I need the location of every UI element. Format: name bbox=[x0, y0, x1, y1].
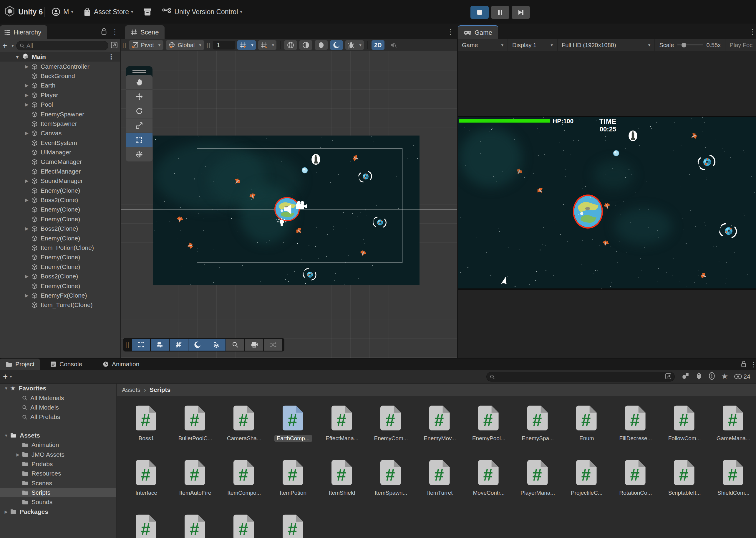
2d-mode-toggle[interactable]: 2D bbox=[371, 40, 385, 50]
scene-search-button[interactable] bbox=[226, 339, 244, 350]
hierarchy-item[interactable]: ▶Player bbox=[0, 90, 120, 100]
favorites-star-icon[interactable]: ★ bbox=[721, 372, 728, 381]
audio-mute-toggle[interactable] bbox=[387, 40, 400, 50]
hierarchy-menu-kebab[interactable]: ⋮ bbox=[111, 28, 118, 35]
script-asset[interactable]: #Interface bbox=[123, 459, 170, 498]
hierarchy-item[interactable]: ▶Boss2(Clone) bbox=[0, 272, 120, 281]
archive-button[interactable] bbox=[143, 8, 152, 16]
hierarchy-item[interactable]: Enemy(Clone) bbox=[0, 233, 120, 243]
script-asset[interactable]: #PlayerMana... bbox=[514, 459, 561, 498]
tree-folder-prefabs[interactable]: Prefabs bbox=[0, 459, 116, 469]
project-search-input[interactable] bbox=[486, 372, 675, 382]
add-asset-button[interactable]: + bbox=[3, 372, 8, 381]
picker-icon[interactable] bbox=[665, 373, 672, 381]
script-asset[interactable]: # bbox=[270, 513, 317, 538]
hierarchy-item[interactable]: ▶Earth bbox=[0, 81, 120, 90]
script-asset[interactable]: #ShieldCom... bbox=[710, 459, 756, 498]
tab-game[interactable]: Game bbox=[458, 25, 498, 39]
script-asset[interactable]: #FollowCom... bbox=[661, 404, 708, 443]
tab-animation[interactable]: Animation bbox=[97, 358, 145, 370]
grid-snap-toggle[interactable]: ▾ bbox=[237, 40, 256, 50]
script-asset[interactable]: #CameraSha... bbox=[220, 404, 267, 443]
script-asset[interactable]: #ItemShield bbox=[318, 459, 366, 498]
expand-arrow[interactable]: ▶ bbox=[23, 197, 31, 203]
script-asset[interactable]: #EnemyCom... bbox=[367, 404, 414, 443]
picker-icon[interactable] bbox=[111, 41, 118, 50]
collapse-arrow[interactable]: ▼ bbox=[13, 55, 22, 60]
tree-folder-animation[interactable]: Animation bbox=[0, 440, 116, 450]
toolbar-drag-handle[interactable]: || bbox=[122, 42, 126, 49]
tree-assets[interactable]: ▼Assets bbox=[0, 431, 116, 440]
add-object-button[interactable]: + bbox=[2, 41, 7, 50]
script-asset[interactable]: #ItemPotion bbox=[270, 459, 317, 498]
hierarchy-item[interactable]: Item_Turret(Clone) bbox=[0, 300, 120, 310]
script-asset[interactable]: #ItemCompo... bbox=[220, 459, 267, 498]
hierarchy-item[interactable]: GameManager bbox=[0, 157, 120, 166]
filter-by-type-icon[interactable] bbox=[682, 372, 689, 381]
hierarchy-item[interactable]: Enemy(Clone) bbox=[0, 262, 120, 272]
skybox-button[interactable] bbox=[188, 339, 207, 350]
camera-preview-button[interactable] bbox=[245, 339, 263, 350]
hand-tool[interactable] bbox=[126, 75, 153, 89]
resolution-dropdown[interactable]: Full HD (1920x1080)▾ bbox=[558, 39, 655, 51]
pause-button[interactable] bbox=[491, 6, 509, 19]
script-asset[interactable]: #MoveContr... bbox=[465, 459, 512, 498]
tree-packages[interactable]: ▶Packages bbox=[0, 507, 116, 516]
asset-store-menu[interactable]: Asset Store▾ bbox=[83, 7, 133, 16]
hierarchy-item[interactable]: UIManager bbox=[0, 148, 120, 157]
hierarchy-item[interactable]: BackGround bbox=[0, 71, 120, 81]
lighting-toggle[interactable] bbox=[315, 40, 328, 50]
script-asset[interactable]: #FillDecrese... bbox=[612, 404, 659, 443]
skybox-toggle[interactable] bbox=[330, 40, 343, 50]
filter-by-label-icon[interactable] bbox=[695, 372, 702, 381]
expand-arrow[interactable]: ▶ bbox=[23, 83, 31, 88]
scale-tool[interactable] bbox=[126, 119, 153, 133]
expand-arrow[interactable]: ▶ bbox=[23, 274, 31, 279]
hierarchy-item[interactable]: EventSystem bbox=[0, 138, 120, 148]
script-asset[interactable]: #Boss1 bbox=[123, 404, 170, 443]
shading-mode-button[interactable] bbox=[300, 40, 312, 50]
script-asset[interactable]: # bbox=[220, 513, 267, 538]
add-asset-caret[interactable]: ▾ bbox=[10, 374, 12, 379]
hierarchy-item[interactable]: Item_Potion(Clone) bbox=[0, 243, 120, 252]
step-button[interactable] bbox=[512, 6, 530, 19]
script-asset[interactable]: #RotationCo... bbox=[612, 459, 659, 498]
expand-arrow[interactable]: ▶ bbox=[23, 178, 31, 184]
hierarchy-item[interactable]: Enemy(Clone) bbox=[0, 252, 120, 262]
script-asset[interactable]: #Enum bbox=[563, 404, 610, 443]
hierarchy-item[interactable]: EnemySpawner bbox=[0, 109, 120, 119]
tab-hierarchy[interactable]: Hierarchy bbox=[0, 25, 47, 39]
tree-favorites[interactable]: ▼★Favorites bbox=[0, 384, 116, 393]
tree-folder-scripts[interactable]: Scripts bbox=[0, 488, 116, 497]
hierarchy-item[interactable]: ▶Canvas bbox=[0, 129, 120, 138]
hierarchy-item[interactable]: ▶Boss2(Clone) bbox=[0, 224, 120, 233]
lock-icon[interactable] bbox=[741, 361, 747, 369]
expand-arrow[interactable]: ▶ bbox=[2, 510, 10, 514]
expand-arrow[interactable]: ▶ bbox=[23, 92, 31, 98]
tree-favorite-item[interactable]: All Models bbox=[0, 403, 116, 412]
hierarchy-item[interactable]: ▶CameraController bbox=[0, 62, 120, 71]
rect-tool-button[interactable] bbox=[132, 339, 150, 350]
tab-project[interactable]: Project bbox=[0, 358, 40, 370]
version-control-menu[interactable]: Unity Version Control▾ bbox=[162, 7, 242, 16]
toolbar-drag-handle[interactable]: || bbox=[207, 42, 211, 49]
tree-folder-jmo-assets[interactable]: ▶JMO Assets bbox=[0, 450, 116, 459]
expand-arrow[interactable]: ▶ bbox=[23, 293, 31, 298]
tab-scene[interactable]: Scene bbox=[125, 25, 165, 39]
script-asset[interactable]: #ProjectileC... bbox=[563, 459, 610, 498]
game-viewport[interactable]: HP:100 TIME 00:25 bbox=[458, 116, 756, 290]
hierarchy-item[interactable]: Enemy(Clone) bbox=[0, 205, 120, 214]
script-asset[interactable]: #EffectMana... bbox=[318, 404, 366, 443]
hierarchy-item[interactable]: ▶Boss2(Clone) bbox=[0, 195, 120, 205]
randomize-button[interactable] bbox=[264, 339, 282, 350]
gizmos-button[interactable] bbox=[207, 339, 225, 350]
rect-tool[interactable] bbox=[126, 133, 153, 147]
game-menu-kebab[interactable]: ⋮ bbox=[749, 28, 756, 35]
script-asset[interactable]: #BulletPoolC... bbox=[172, 404, 219, 443]
expand-arrow[interactable]: ▶ bbox=[14, 452, 22, 457]
project-menu-kebab[interactable]: ⋮ bbox=[750, 361, 756, 368]
script-asset-selected[interactable]: #EarthComp... bbox=[270, 404, 317, 443]
script-asset[interactable]: #ItemSpawn... bbox=[367, 459, 414, 498]
script-asset[interactable]: # bbox=[172, 513, 219, 538]
scene-menu-kebab[interactable]: ⋮ bbox=[447, 28, 454, 35]
